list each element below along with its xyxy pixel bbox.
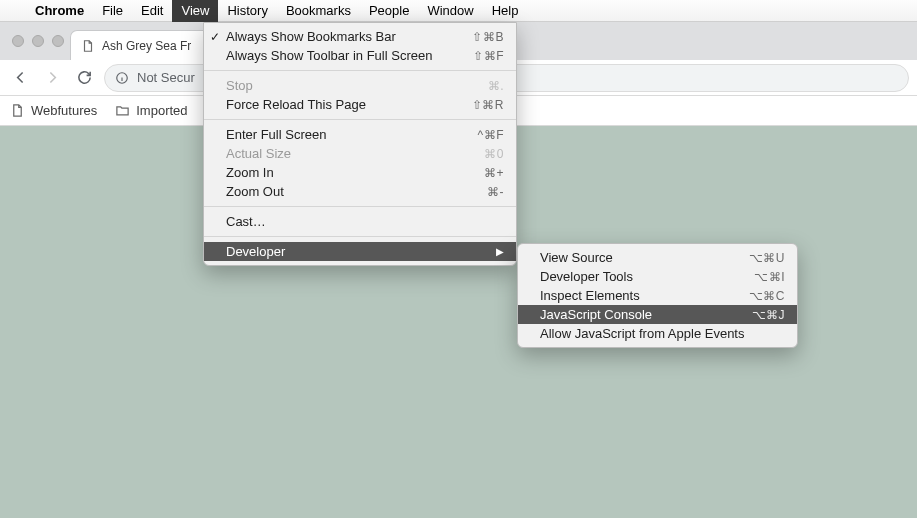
mac-menubar: Chrome File Edit View History Bookmarks … <box>0 0 917 22</box>
info-icon[interactable] <box>115 71 129 85</box>
menu-item-label: Force Reload This Page <box>226 97 472 112</box>
menu-item-label: JavaScript Console <box>540 307 752 322</box>
menu-item-label: Zoom Out <box>226 184 487 199</box>
bookmark-label: Webfutures <box>31 103 97 118</box>
menubar-people[interactable]: People <box>360 0 418 22</box>
menu-shortcut: ⌘- <box>487 185 504 199</box>
menu-item-label: Cast… <box>226 214 504 229</box>
menu-shortcut: ⌘. <box>488 79 504 93</box>
menu-item-developer-tools[interactable]: Developer Tools ⌥⌘I <box>518 267 797 286</box>
developer-submenu: View Source ⌥⌘U Developer Tools ⌥⌘I Insp… <box>517 243 798 348</box>
menu-shortcut: ⇧⌘R <box>472 98 504 112</box>
menu-shortcut: ⌘0 <box>484 147 504 161</box>
back-button[interactable] <box>8 66 32 90</box>
menu-item-label: Actual Size <box>226 146 484 161</box>
menu-shortcut: ⌥⌘C <box>749 289 785 303</box>
menu-item-label: Inspect Elements <box>540 288 749 303</box>
menubar-edit[interactable]: Edit <box>132 0 172 22</box>
menu-item-always-show-bookmarks[interactable]: ✓ Always Show Bookmarks Bar ⇧⌘B <box>204 27 516 46</box>
menu-item-developer[interactable]: Developer ▶ <box>204 242 516 261</box>
menu-item-always-show-toolbar-fs[interactable]: Always Show Toolbar in Full Screen ⇧⌘F <box>204 46 516 65</box>
traffic-max-icon[interactable] <box>52 35 64 47</box>
security-label: Not Secur <box>137 70 195 85</box>
menu-item-inspect-elements[interactable]: Inspect Elements ⌥⌘C <box>518 286 797 305</box>
menubar-help[interactable]: Help <box>483 0 528 22</box>
reload-button[interactable] <box>72 66 96 90</box>
submenu-arrow-icon: ▶ <box>496 246 504 257</box>
menu-item-zoom-out[interactable]: Zoom Out ⌘- <box>204 182 516 201</box>
menu-shortcut: ⇧⌘F <box>473 49 504 63</box>
menu-item-label: Developer Tools <box>540 269 754 284</box>
menu-shortcut: ⌥⌘I <box>754 270 785 284</box>
menubar-file[interactable]: File <box>93 0 132 22</box>
menubar-bookmarks[interactable]: Bookmarks <box>277 0 360 22</box>
menu-item-label: Allow JavaScript from Apple Events <box>540 326 785 341</box>
menu-item-enter-fullscreen[interactable]: Enter Full Screen ^⌘F <box>204 125 516 144</box>
forward-button[interactable] <box>40 66 64 90</box>
folder-icon <box>115 103 130 118</box>
menu-separator <box>204 70 516 71</box>
menu-separator <box>204 236 516 237</box>
menu-item-cast[interactable]: Cast… <box>204 212 516 231</box>
page-icon <box>10 103 25 118</box>
menu-shortcut: ⇧⌘B <box>472 30 504 44</box>
traffic-close-icon[interactable] <box>12 35 24 47</box>
bookmark-webfutures[interactable]: Webfutures <box>10 103 97 118</box>
menu-shortcut: ⌘+ <box>484 166 504 180</box>
check-icon: ✓ <box>210 30 220 44</box>
menu-item-javascript-console[interactable]: JavaScript Console ⌥⌘J <box>518 305 797 324</box>
menu-shortcut: ⌥⌘U <box>749 251 785 265</box>
menu-item-label: Enter Full Screen <box>226 127 478 142</box>
menu-item-label: Stop <box>226 78 488 93</box>
menu-item-label: View Source <box>540 250 749 265</box>
bookmark-imported[interactable]: Imported <box>115 103 187 118</box>
menubar-window[interactable]: Window <box>418 0 482 22</box>
view-menu: ✓ Always Show Bookmarks Bar ⇧⌘B Always S… <box>203 22 517 266</box>
menu-item-zoom-in[interactable]: Zoom In ⌘+ <box>204 163 516 182</box>
menu-shortcut: ⌥⌘J <box>752 308 786 322</box>
traffic-min-icon[interactable] <box>32 35 44 47</box>
menu-item-label: Developer <box>226 244 496 259</box>
page-icon <box>81 39 95 53</box>
menu-separator <box>204 206 516 207</box>
menu-item-label: Always Show Toolbar in Full Screen <box>226 48 473 63</box>
menu-item-label: Always Show Bookmarks Bar <box>226 29 472 44</box>
tab-title: Ash Grey Sea Fr <box>102 39 191 53</box>
menubar-app[interactable]: Chrome <box>26 0 93 22</box>
menu-item-stop: Stop ⌘. <box>204 76 516 95</box>
menu-item-actual-size: Actual Size ⌘0 <box>204 144 516 163</box>
menu-item-allow-js-apple-events[interactable]: Allow JavaScript from Apple Events <box>518 324 797 343</box>
menu-item-label: Zoom In <box>226 165 484 180</box>
bookmark-label: Imported <box>136 103 187 118</box>
menu-shortcut: ^⌘F <box>478 128 504 142</box>
window-traffic-lights[interactable] <box>8 22 70 60</box>
menu-item-view-source[interactable]: View Source ⌥⌘U <box>518 248 797 267</box>
menubar-history[interactable]: History <box>218 0 276 22</box>
menubar-view[interactable]: View <box>172 0 218 22</box>
menu-item-force-reload[interactable]: Force Reload This Page ⇧⌘R <box>204 95 516 114</box>
menu-separator <box>204 119 516 120</box>
browser-tab[interactable]: Ash Grey Sea Fr <box>70 30 220 60</box>
